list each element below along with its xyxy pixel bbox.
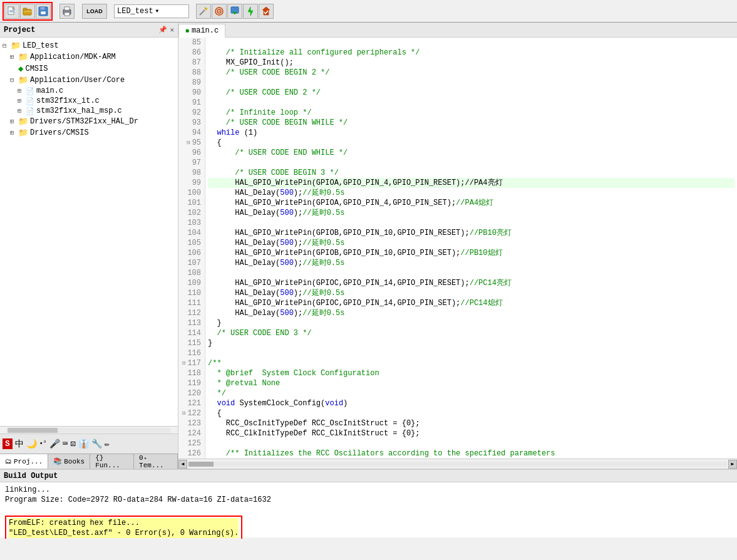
tree-label: CMSIS (25, 65, 48, 73)
code-line-102: HAL_Delay(500);//延时0.5s (208, 208, 734, 218)
ln-95: ⊟95 (182, 138, 201, 148)
tree-item-led-test[interactable]: ⊟ 📁 LED_test (3, 40, 175, 51)
target-button[interactable] (212, 4, 227, 19)
tab-functions[interactable]: {} Fun... (90, 454, 134, 469)
build-line-4: FromELF: creating hex file... (9, 518, 239, 528)
build-highlighted-block: FromELF: creating hex file... "LED_test\… (5, 516, 242, 539)
magic-wand-button[interactable] (196, 4, 211, 19)
tree-item-main-c[interactable]: ⊞ 📄 main.c (18, 86, 175, 96)
hscroll-right-button[interactable]: ▶ (728, 460, 737, 469)
code-line-113: } (208, 318, 734, 328)
tab-books-icon: 📚 (53, 457, 62, 465)
editor-area: ■ main.c 85 86 87 88 89 90 91 92 93 94 ⊟… (178, 23, 737, 469)
tree-item-user-core[interactable]: ⊟ 📁 Application/User/Core (10, 75, 175, 86)
ln-118: 118 (182, 368, 201, 378)
ime-shirt-button[interactable]: 👔 (78, 438, 89, 449)
build-line-3 (5, 505, 732, 515)
tab-project[interactable]: 🗂 Proj... (0, 454, 48, 469)
save-button[interactable] (36, 4, 51, 19)
ln-86: 86 (182, 48, 201, 58)
new-button[interactable] (4, 4, 19, 19)
close-icon[interactable]: ✕ (170, 26, 174, 34)
load-button[interactable]: LOAD (82, 4, 107, 19)
code-line-105: HAL_Delay(500);//延时0.5s (208, 238, 734, 248)
expand-icon: ⊞ (18, 97, 24, 105)
ln-119: 119 (182, 378, 201, 388)
code-line-92: /* Infinite loop */ (208, 108, 734, 118)
svg-point-18 (219, 11, 220, 12)
folder-icon: 📁 (18, 128, 28, 138)
pin-icon[interactable]: 📌 (158, 26, 167, 34)
ime-wrench-button[interactable]: 🔧 (91, 438, 102, 449)
hscroll-thumb[interactable] (188, 462, 214, 467)
flash-button[interactable] (243, 4, 258, 19)
tree-item-drivers-hal[interactable]: ⊞ 📁 Drivers/STM32F1xx_HAL_Dr (10, 116, 175, 127)
ime-chinese-button[interactable]: 中 (15, 438, 24, 450)
ln-90: 90 (182, 88, 201, 98)
ln-89: 89 (182, 78, 201, 88)
ime-mic-button[interactable]: 🎤 (49, 438, 60, 449)
ln-111: 111 (182, 298, 201, 308)
project-scroll-track[interactable] (8, 428, 170, 433)
expand-icon: ⊞ (18, 87, 24, 95)
hscroll-left-button[interactable]: ◀ (178, 460, 187, 469)
tree-item-stm32-hal-msp[interactable]: ⊞ 📄 stm32f1xx_hal_msp.c (18, 106, 175, 116)
svg-rect-10 (64, 7, 70, 10)
ln-101: 101 (182, 198, 201, 208)
code-line-114: /* USER CODE END 3 */ (208, 328, 734, 338)
tree-label: stm32f1xx_hal_msp.c (36, 106, 122, 115)
build-output-section: Build Output linking... Program Size: Co… (0, 469, 737, 537)
hscroll-track[interactable] (188, 462, 727, 467)
ime-dot-button[interactable]: •° (39, 440, 47, 447)
ime-grid-button[interactable]: ⊡ (70, 438, 75, 449)
code-lines[interactable]: /* Initialize all configured peripherals… (205, 38, 737, 459)
expand-icon: ⊟ (10, 76, 16, 84)
open-button[interactable] (20, 4, 35, 19)
tab-main-c[interactable]: ■ main.c (178, 24, 225, 38)
ime-s-button[interactable]: S (3, 438, 13, 449)
svg-line-13 (200, 10, 205, 15)
code-line-118: * @brief System Clock Configuration (208, 368, 734, 378)
tab-functions-label: {} Fun... (95, 454, 128, 469)
ln-100: 100 (182, 188, 201, 198)
project-scroll-thumb[interactable] (8, 428, 58, 433)
ln-112: 112 (182, 308, 201, 318)
code-line-90: /* USER CODE END 2 */ (208, 88, 734, 98)
project-panel: Project 📌 ✕ ⊟ 📁 LED_test ⊞ 📁 Application… (0, 23, 178, 469)
code-editor[interactable]: 85 86 87 88 89 90 91 92 93 94 ⊟95 96 97 … (178, 38, 737, 459)
file-icon: 📄 (26, 97, 34, 105)
tab-books[interactable]: 📚 Books (48, 454, 90, 469)
code-line-93: /* USER CODE BEGIN WHILE */ (208, 118, 734, 128)
code-line-86: /* Initialize all configured peripherals… (208, 48, 734, 58)
ln-99: 99 (182, 178, 201, 188)
tab-books-label: Books (64, 458, 85, 465)
ln-93: 93 (182, 118, 201, 128)
ln-124: 124 (182, 428, 201, 438)
tree-item-cmsis[interactable]: ◆ CMSIS (10, 63, 175, 75)
ln-92: 92 (182, 108, 201, 118)
print-button[interactable] (59, 4, 75, 19)
code-line-103 (208, 218, 734, 228)
ln-94: 94 (182, 128, 201, 138)
download-button[interactable] (227, 4, 242, 19)
code-line-89 (208, 78, 734, 88)
tree-label: stm32f1xx_it.c (36, 96, 100, 105)
svg-rect-8 (41, 11, 46, 14)
ln-106: 106 (182, 248, 201, 258)
tab-file-icon: ■ (185, 28, 189, 34)
tab-templates[interactable]: 0₊ Tem... (134, 454, 178, 469)
ime-keyboard-button[interactable]: ⌨ (63, 438, 68, 449)
code-line-104: HAL_GPIO_WritePin(GPIOB,GPIO_PIN_10,GPIO… (208, 228, 734, 238)
tree-item-drivers-cmsis[interactable]: ⊞ 📁 Drivers/CMSIS (10, 127, 175, 138)
tree-item-mdk-arm[interactable]: ⊞ 📁 Application/MDK-ARM (10, 51, 175, 63)
ln-96: 96 (182, 148, 201, 158)
project-dropdown[interactable]: LED_test ▼ (114, 4, 189, 18)
ln-97: 97 (182, 158, 201, 168)
ime-pencil-button[interactable]: ✏ (105, 438, 110, 449)
tab-project-icon: 🗂 (5, 457, 12, 465)
tree-item-stm32-it[interactable]: ⊞ 📄 stm32f1xx_it.c (18, 96, 175, 106)
verify-button[interactable] (259, 4, 274, 19)
ime-moon-button[interactable]: 🌙 (26, 438, 37, 449)
code-line-109: HAL_GPIO_WritePin(GPIOC,GPIO_PIN_14,GPIO… (208, 278, 734, 288)
expand-icon: ⊟ (3, 42, 9, 49)
